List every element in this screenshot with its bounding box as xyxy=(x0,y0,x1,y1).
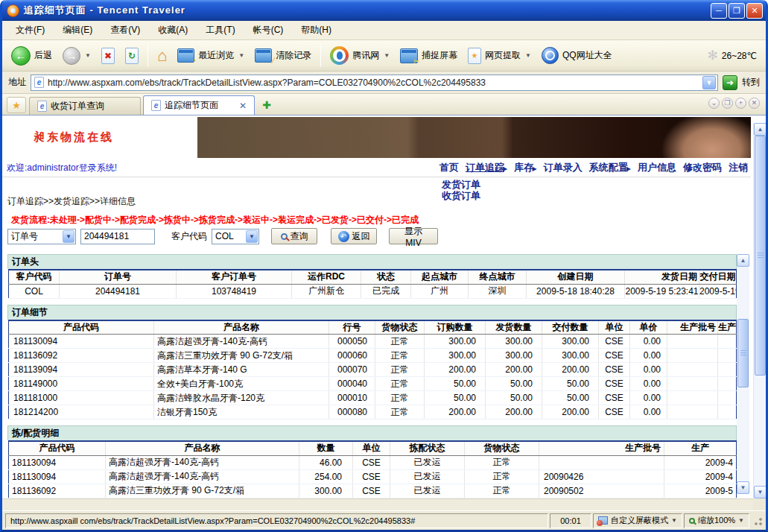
nav-item[interactable]: 用户信息 ▶ xyxy=(638,161,676,174)
horizontal-scrollbar[interactable] xyxy=(2,498,753,510)
forward-button[interactable]: → ▼ xyxy=(58,45,95,66)
tables-area: 订单头 客户代码订单号客户订单号运作RDC状态起点城市终点城市创建日期发货日期交… xyxy=(7,254,737,510)
show-miv-button[interactable]: 显示 MIV xyxy=(389,228,438,244)
web-extract-label: 网页提取 xyxy=(485,49,521,62)
submenu-arrow-icon: ▶ xyxy=(530,165,536,172)
nav-item[interactable]: 订单录入 ▶ xyxy=(544,161,583,174)
subnav-item[interactable]: 收货订单 xyxy=(442,190,480,201)
scrollbar-thumb[interactable] xyxy=(755,136,766,376)
table-row[interactable]: 181214200洁银牙膏150克000080正常200.00200.00200… xyxy=(9,405,737,419)
column-header: 货物状态 xyxy=(465,441,539,455)
tencent-dropdown-icon: ▼ xyxy=(384,52,390,59)
resize-grip[interactable] xyxy=(752,516,763,526)
table-row[interactable]: 181136092高露洁三重功效牙膏 90 G-72支/箱000060正常300… xyxy=(9,349,737,363)
tencent-site-button[interactable]: 腾讯网 ▼ xyxy=(326,45,394,66)
menu-item[interactable]: 工具(T) xyxy=(198,21,245,39)
table-row[interactable]: 181149000全效+美白牙膏-100克000040正常50.0050.005… xyxy=(9,377,737,391)
block-mode-icon xyxy=(598,516,608,525)
qq-logo-icon xyxy=(330,46,349,65)
refresh-button[interactable]: ↻ xyxy=(121,46,143,66)
customer-code-select[interactable]: COL ▼ xyxy=(212,229,259,244)
tab-close-icon[interactable]: ✕ xyxy=(239,101,247,111)
table-row[interactable]: 181130094高露洁超强牙膏-140克-高钙46.00CSE已发运正常200… xyxy=(9,455,737,469)
menu-item[interactable]: 编辑(E) xyxy=(55,21,103,39)
column-header: 生产 xyxy=(718,320,737,335)
table-row[interactable]: 181181000高露洁蜂胶水晶牙膏-120克000010正常50.0050.0… xyxy=(9,391,737,405)
table-row[interactable]: 181130094高露洁超强牙膏-140克-高钙000050正常300.0030… xyxy=(9,335,737,349)
weather-indicator[interactable]: ✻ 26~28℃ xyxy=(703,46,761,65)
column-header: 客户代码 xyxy=(9,270,60,284)
close-button[interactable]: ✕ xyxy=(746,3,763,19)
address-bar: 地址 e http://www.aspxam.com/ebs/track/Tra… xyxy=(2,72,766,94)
block-mode-button[interactable]: 自定义屏蔽模式 ▼ xyxy=(593,513,682,528)
nav-item[interactable]: 库存 ▶ xyxy=(514,161,536,174)
address-url[interactable]: http://www.aspxam.com/ebs/track/TrackDet… xyxy=(48,77,699,88)
web-extract-button[interactable]: ★ 网页提取 ▼ xyxy=(463,46,536,66)
toolbar-separator xyxy=(320,45,321,67)
address-field[interactable]: e http://www.aspxam.com/ebs/track/TrackD… xyxy=(31,75,718,91)
go-label[interactable]: 转到 xyxy=(742,76,760,89)
weather-label: 26~28℃ xyxy=(722,51,757,61)
ie-page-icon: e xyxy=(151,100,161,111)
go-button[interactable]: ➜ xyxy=(723,75,737,90)
back-button[interactable]: ← 后退 xyxy=(7,45,57,67)
nav-item[interactable]: 修改密码 ▶ xyxy=(683,161,722,174)
order-field-select[interactable]: 订单号 ▼ xyxy=(7,229,76,244)
table-row[interactable]: 181130094高露洁超强牙膏-140克-高钙254.00CSE已发运正常20… xyxy=(9,469,737,484)
home-button[interactable]: ⌂ xyxy=(153,46,171,66)
weather-icon: ✻ xyxy=(708,48,718,63)
page-scrollbar[interactable]: ▲ ▼ xyxy=(753,123,766,498)
maximize-button[interactable]: ❐ xyxy=(729,3,745,19)
menu-item[interactable]: 帮助(H) xyxy=(293,21,342,39)
menu-item[interactable]: 查看(V) xyxy=(103,21,150,39)
ie-page-icon: e xyxy=(37,101,47,112)
favorites-star-button[interactable]: ★ xyxy=(7,97,26,113)
tab-receive-order-query[interactable]: e 收货订单查询 xyxy=(29,97,141,115)
address-dropdown-button[interactable]: ▼ xyxy=(702,76,716,89)
column-header: 订单号 xyxy=(60,270,177,284)
zoom-button[interactable]: 缩放100% ▼ xyxy=(684,513,749,528)
return-button[interactable]: ↶ 返回 xyxy=(331,228,377,244)
new-tab-button[interactable]: ✚ xyxy=(258,98,275,113)
qq-nav-button[interactable]: QQ网址大全 xyxy=(537,45,617,66)
tabs-pin-button[interactable]: + xyxy=(735,98,746,109)
menu-item[interactable]: 帐号(C) xyxy=(246,21,294,39)
table-row[interactable]: COL204494181103748419广州新仓已完成广州深圳2009-5-1… xyxy=(9,284,737,298)
title-bar: 追踪细节页面 - Tencent Traveler ─ ❐ ✕ xyxy=(2,0,766,21)
minimize-button[interactable]: ─ xyxy=(711,3,727,19)
scrollbar-thumb[interactable] xyxy=(737,319,749,387)
menu-item[interactable]: 文件(F) xyxy=(8,21,55,39)
inner-scrollbar[interactable]: ▲ ▼ xyxy=(737,254,749,494)
query-button[interactable]: 查询 xyxy=(271,228,317,244)
zoom-magnifier-icon xyxy=(689,518,695,524)
scroll-down-icon[interactable]: ▼ xyxy=(754,486,766,498)
page-content: 昶东物流在线 欢迎:administrator登录系统! 首页 ▶ 订单追踪 ▶… xyxy=(2,115,766,510)
subnav-item[interactable]: 发货订单 xyxy=(442,179,480,190)
tabs-close-button[interactable]: ✕ xyxy=(749,98,760,109)
table-row[interactable]: 181136092高露洁三重功效牙膏 90 G-72支/箱300.00CSE已发… xyxy=(9,484,737,498)
scroll-up-icon[interactable]: ▲ xyxy=(737,254,749,267)
scroll-down-icon[interactable]: ▼ xyxy=(737,481,749,494)
tab-track-detail[interactable]: e 追踪细节页面 ✕ xyxy=(143,95,255,115)
extract-dropdown-icon: ▼ xyxy=(525,52,531,59)
section-order-header: 订单头 xyxy=(7,254,737,269)
tabs-dropdown-button[interactable]: ⌄ xyxy=(708,98,720,109)
nav-item[interactable]: 系统配置 ▶ xyxy=(589,161,631,174)
capture-screen-button[interactable]: ✂ 捕捉屏幕 xyxy=(396,47,462,65)
order-no-input[interactable] xyxy=(80,229,155,244)
nav-item[interactable]: 注销 ▶ xyxy=(729,161,748,174)
recent-browse-button[interactable]: ◔ 最近浏览 ▼ xyxy=(173,47,249,64)
tab-bar: ★ e 收货订单查询 e 追踪细节页面 ✕ ✚ ⌄ ❐ + ✕ xyxy=(2,94,766,115)
nav-item[interactable]: 首页 ▶ xyxy=(439,161,459,174)
column-header: 单位 xyxy=(599,320,630,335)
tabs-window-button[interactable]: ❐ xyxy=(722,98,733,109)
scroll-up-icon[interactable]: ▲ xyxy=(754,123,766,136)
main-nav: 首页 ▶ 订单追踪 ▶ 库存 ▶ 订单录入 ▶ 系统配置 xyxy=(439,161,748,174)
clear-history-button[interactable]: ⁄ 清除记录 xyxy=(250,47,316,64)
table-row[interactable]: 181139094高露洁草本牙膏-140 G000070正常200.00200.… xyxy=(9,363,737,377)
stop-button[interactable]: ✖ xyxy=(97,46,119,66)
tab-label: 追踪细节页面 xyxy=(165,99,218,112)
menu-item[interactable]: 收藏(A) xyxy=(150,21,198,39)
nav-item[interactable]: 订单追踪 ▶ xyxy=(466,161,507,174)
recent-browse-label: 最近浏览 xyxy=(198,49,234,62)
